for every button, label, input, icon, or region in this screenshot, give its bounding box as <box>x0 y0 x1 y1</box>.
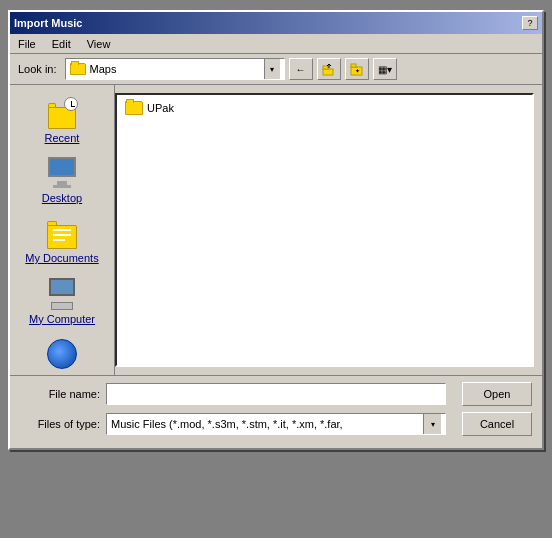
sidebar: Recent Desktop My Documents <box>10 85 115 375</box>
computer-icon <box>46 278 78 310</box>
bottom-area: File name: Open Files of type: Music Fil… <box>10 375 542 448</box>
filetype-row: Files of type: Music Files (*.mod, *.s3m… <box>20 412 532 436</box>
sidebar-recent-label: Recent <box>45 132 80 145</box>
bottom-form: File name: Open Files of type: Music Fil… <box>10 375 542 448</box>
desktop-icon <box>46 157 78 189</box>
sidebar-computer-label: My Computer <box>29 313 95 326</box>
file-browser[interactable]: UPak <box>115 93 534 367</box>
filetype-value: Music Files (*.mod, *.s3m, *.stm, *.it, … <box>111 418 423 430</box>
sidebar-documents-label: My Documents <box>25 252 98 265</box>
sidebar-desktop-label: Desktop <box>42 192 82 205</box>
look-in-combo[interactable]: Maps ▾ <box>65 58 285 80</box>
filename-row: File name: Open <box>20 382 532 406</box>
main-area: Recent Desktop My Documents <box>10 85 542 375</box>
menu-bar: File Edit View <box>10 34 542 54</box>
svg-rect-0 <box>323 69 333 75</box>
look-in-value: Maps <box>90 63 260 75</box>
new-folder-icon: ✦ <box>350 62 364 76</box>
documents-icon <box>46 217 78 249</box>
import-music-dialog: Import Music ? File Edit View Look in: M… <box>8 10 544 450</box>
cancel-button[interactable]: Cancel <box>462 412 532 436</box>
file-item[interactable]: UPak <box>121 99 528 117</box>
new-folder-button[interactable]: ✦ <box>345 58 369 80</box>
file-item-name: UPak <box>147 102 174 114</box>
toolbar: Look in: Maps ▾ ← ✦ ▦▾ <box>10 54 542 85</box>
sidebar-item-documents[interactable]: My Documents <box>17 213 107 269</box>
open-button[interactable]: Open <box>462 382 532 406</box>
svg-rect-1 <box>323 66 328 69</box>
help-button[interactable]: ? <box>522 16 538 30</box>
back-button[interactable]: ← <box>289 58 313 80</box>
views-button[interactable]: ▦▾ <box>373 58 397 80</box>
recent-icon <box>46 97 78 129</box>
up-folder-button[interactable] <box>317 58 341 80</box>
title-bar-controls: ? <box>522 16 538 30</box>
filename-label: File name: <box>20 388 100 400</box>
title-bar: Import Music ? <box>10 12 542 34</box>
filename-input-wrap <box>106 383 446 405</box>
sidebar-item-recent[interactable]: Recent <box>17 93 107 149</box>
network-icon <box>46 338 78 370</box>
sidebar-item-desktop[interactable]: Desktop <box>17 153 107 209</box>
folder-icon <box>70 63 86 75</box>
file-folder-icon <box>125 101 143 115</box>
svg-rect-3 <box>351 64 356 67</box>
look-in-arrow[interactable]: ▾ <box>264 59 280 79</box>
title-bar-text: Import Music <box>14 17 82 29</box>
sidebar-item-computer[interactable]: My Computer <box>17 274 107 330</box>
filetype-select-wrap[interactable]: Music Files (*.mod, *.s3m, *.stm, *.it, … <box>106 413 446 435</box>
filename-input[interactable] <box>111 388 441 400</box>
menu-edit[interactable]: Edit <box>48 37 75 51</box>
menu-view[interactable]: View <box>83 37 115 51</box>
look-in-label: Look in: <box>18 63 57 75</box>
title-bar-left: Import Music <box>14 17 82 29</box>
svg-text:✦: ✦ <box>354 68 359 74</box>
menu-file[interactable]: File <box>14 37 40 51</box>
filetype-arrow[interactable]: ▾ <box>423 414 441 434</box>
filetype-label: Files of type: <box>20 418 100 430</box>
up-folder-icon <box>322 62 336 76</box>
